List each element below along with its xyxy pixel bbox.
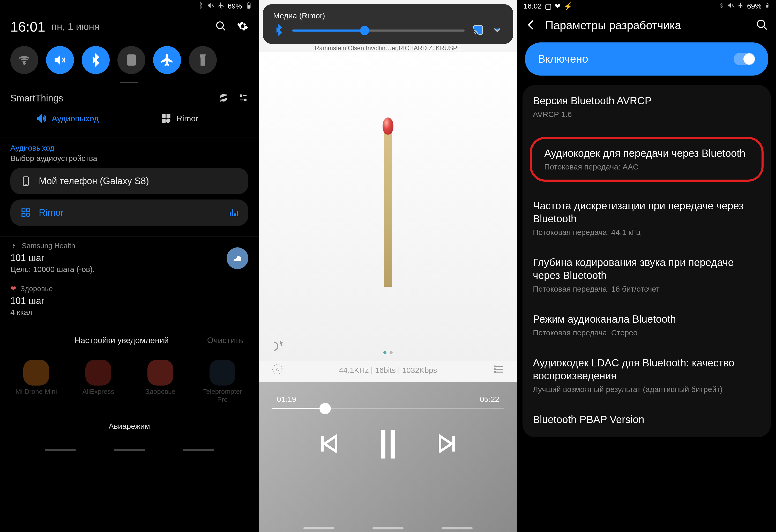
svg-line-36 [732, 4, 734, 7]
date-label[interactable]: пн, 1 июня [51, 21, 100, 32]
airplane-icon [737, 2, 744, 11]
steps-count-2: 101 шаг [10, 296, 248, 306]
bluetooth-icon [718, 2, 724, 10]
refresh-icon[interactable] [218, 93, 229, 104]
battery-pct: 69% [228, 2, 242, 10]
svg-rect-21 [27, 209, 30, 212]
app-mi-drone: Mi Drone Mini [13, 360, 59, 404]
app-aliexpress: AliExpress [75, 360, 122, 404]
svg-rect-8 [130, 58, 133, 62]
pause-button[interactable] [381, 430, 395, 459]
shoe-icon [227, 247, 248, 269]
setting-audio-codec[interactable]: Аудиокодек для передачи через Bluetooth … [523, 129, 771, 190]
enabled-label: Включено [538, 53, 588, 65]
setting-channel-mode[interactable]: Режим аудиоканала Bluetooth Потоковая пе… [523, 303, 771, 347]
mute-icon [207, 2, 214, 11]
previous-track-button[interactable] [318, 432, 341, 457]
album-art[interactable] [259, 52, 517, 361]
samsung-health-notification[interactable]: Samsung Health 101 шаг Цель: 10000 шага … [0, 236, 259, 279]
matchstick-image [384, 126, 392, 287]
notification-settings-button[interactable]: Настройки уведомлений [74, 336, 169, 345]
notif-app-label-2: ❤ Здоровье [10, 285, 248, 293]
nav-bar[interactable] [259, 522, 517, 532]
rimor-device-item[interactable]: Rimor [161, 113, 198, 124]
clock-time[interactable]: 16:01 [10, 19, 45, 35]
svg-line-0 [212, 4, 214, 7]
audio-format-row: A 44.1KHz | 16bits | 1032Kbps [259, 364, 517, 377]
time-row: 01:19 05:22 [271, 395, 505, 408]
svg-marker-32 [324, 436, 336, 452]
svg-line-5 [222, 28, 225, 30]
device-rimor[interactable]: Rimor [10, 199, 248, 226]
svg-line-41 [764, 26, 767, 29]
app-health: Здоровье [137, 360, 184, 404]
battery-pct: 69% [747, 2, 762, 10]
svg-rect-15 [167, 115, 170, 118]
clear-button[interactable]: Очистить [207, 336, 243, 345]
flashlight-toggle[interactable] [189, 46, 217, 74]
svg-rect-14 [162, 115, 165, 118]
setting-bit-depth[interactable]: Глубина кодирования звука при передаче ч… [523, 246, 771, 303]
device-rimor-label: Rimor [39, 207, 64, 218]
smartthings-items: Аудиовыход Rimor [10, 109, 248, 132]
page-dots [383, 351, 393, 354]
svg-rect-22 [22, 213, 25, 217]
svg-point-10 [240, 95, 242, 97]
smartthings-title[interactable]: SmartThings [10, 93, 63, 104]
setting-avrcp[interactable]: Версия Bluetooth AVRCP AVRCP 1.6 [523, 85, 771, 129]
seek-bar[interactable] [271, 408, 505, 409]
music-player-panel: Медиа (Rimor) Rammstein,Olsen Involtin…e… [259, 0, 517, 532]
cast-icon[interactable] [472, 24, 484, 37]
setting-ldac[interactable]: Аудиокодек LDAC для Bluetooth: качество … [523, 347, 771, 404]
settings-gear-icon[interactable] [237, 20, 248, 33]
svg-rect-20 [22, 209, 25, 212]
enabled-toggle-row[interactable]: Включено [525, 42, 768, 75]
volume-slider[interactable] [292, 29, 464, 32]
player-controls: 01:19 05:22 [259, 382, 517, 532]
gallery-icon: ▢ [545, 2, 552, 11]
status-bar: 69% [0, 0, 259, 12]
mute-toggle[interactable] [46, 46, 74, 74]
audio-output-section: Аудиовыход Выбор аудиоустройства Мой тел… [0, 142, 259, 236]
clock-time: 16:02 [524, 2, 542, 10]
elapsed-time: 01:19 [277, 395, 296, 404]
audio-format-text: 44.1KHz | 16bits | 1032Kbps [283, 366, 493, 375]
search-icon[interactable] [215, 20, 227, 33]
notification-footer: Настройки уведомлений Очистить [0, 326, 259, 354]
svg-rect-39 [766, 5, 768, 7]
app-teleprompter: Teleprompter Pro [199, 360, 246, 404]
search-icon[interactable] [756, 19, 768, 32]
chevron-down-icon[interactable] [492, 24, 503, 37]
drag-handle[interactable] [120, 82, 138, 83]
playlist-icon[interactable] [493, 364, 505, 377]
health-notification[interactable]: ❤ Здоровье 101 шаг 4 ккал [0, 279, 259, 322]
media-volume-bar: Медиа (Rimor) [263, 4, 513, 44]
settings-list: Версия Bluetooth AVRCP AVRCP 1.6 Аудиоко… [523, 85, 771, 437]
setting-pbap[interactable]: Bluetooth PBAP Version [523, 404, 771, 437]
back-button[interactable] [525, 19, 538, 32]
setting-sample-rate[interactable]: Частота дискретизации при передаче через… [523, 190, 771, 246]
audio-output-label: Аудиовыход [52, 114, 99, 124]
bluetooth-toggle[interactable] [82, 46, 110, 74]
device-phone[interactable]: Мой телефон (Galaxy S8) [10, 168, 248, 194]
svg-marker-34 [440, 436, 452, 452]
toggle-switch[interactable] [734, 53, 755, 65]
nav-bar[interactable] [0, 444, 259, 454]
svg-point-31 [495, 372, 496, 373]
wifi-toggle[interactable] [10, 46, 38, 74]
svg-rect-3 [247, 5, 250, 8]
audio-section-subtitle: Выбор аудиоустройства [10, 154, 248, 163]
filter-icon[interactable] [238, 93, 248, 104]
svg-point-17 [166, 119, 170, 122]
notification-shade-panel: 69% 16:01 пн, 1 июня SmartThings [0, 0, 259, 532]
flight-mode-label: Авиарежим [0, 414, 259, 444]
auto-mode-icon[interactable]: A [271, 364, 283, 377]
shuffle-icon[interactable] [271, 340, 284, 353]
airplane-toggle[interactable] [153, 46, 181, 74]
audio-output-item[interactable]: Аудиовыход [36, 113, 99, 124]
data-saver-toggle[interactable] [118, 46, 145, 74]
svg-point-6 [23, 63, 25, 64]
developer-options-panel: 16:02 ▢ ❤ ⚡ 69% Параметры разработчика [517, 0, 776, 532]
next-track-button[interactable] [435, 432, 458, 457]
track-artists[interactable]: Rammstein,Olsen Involtin…er,RICHARD Z. K… [259, 44, 517, 52]
